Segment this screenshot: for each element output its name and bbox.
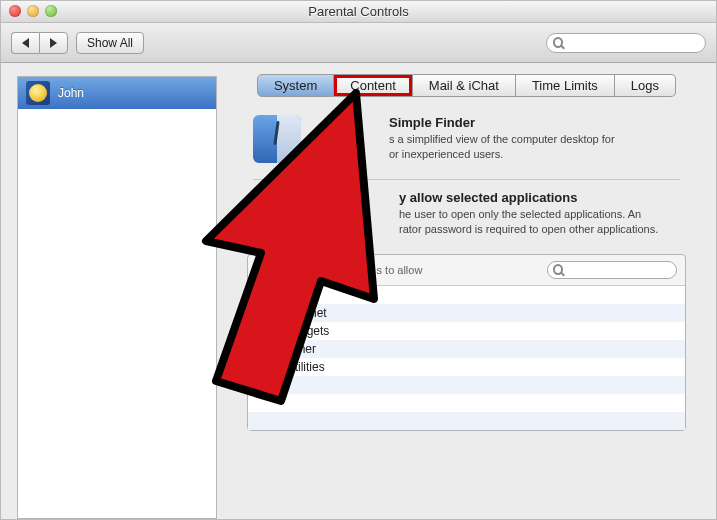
search-icon	[553, 37, 563, 48]
simple-finder-desc-1: s a simplified view of the computer desk…	[349, 132, 680, 147]
tab-system[interactable]: System	[257, 74, 334, 97]
titlebar: Parental Controls	[1, 1, 716, 23]
section-allow-apps: y allow selected applications he user to…	[229, 186, 704, 248]
section-simple-finder: Simple Finder s a simplified view of the…	[229, 111, 704, 173]
disclosure-triangle-icon[interactable]	[258, 309, 264, 317]
allow-apps-title: y allow selected applications	[359, 190, 680, 205]
app-checkbox[interactable]	[269, 343, 281, 355]
tab-time-limits[interactable]: Time Limits	[516, 74, 615, 97]
allowed-apps-list[interactable]: iLife Internet Widgets	[248, 285, 685, 430]
users-sidebar: John	[17, 76, 217, 519]
finder-icon	[253, 115, 301, 163]
app-row-empty	[248, 412, 685, 430]
app-label: Internet	[286, 306, 327, 320]
section-divider	[253, 179, 680, 180]
back-button[interactable]	[11, 32, 39, 54]
allowed-apps-panel: e app s to allow iLife	[247, 254, 686, 431]
app-checkbox[interactable]	[269, 361, 281, 373]
allowed-apps-search-input[interactable]	[563, 263, 671, 276]
user-avatar-icon	[26, 81, 50, 105]
window-close-button[interactable]	[9, 5, 21, 17]
allow-apps-desc-2: rator password is required to open other…	[359, 222, 680, 237]
app-label: Widgets	[286, 324, 329, 338]
app-label: iLife	[286, 288, 308, 302]
allowed-apps-header-label: e app s to allow	[256, 264, 422, 276]
user-name-label: John	[58, 86, 84, 100]
sidebar-user-row[interactable]: John	[18, 77, 216, 109]
main-split: John System Content Mail & iChat Time Li…	[1, 64, 716, 519]
chevron-right-icon	[50, 38, 57, 48]
toolbar-search[interactable]	[546, 33, 706, 53]
allow-apps-desc-1: he user to open only the selected applic…	[359, 207, 680, 222]
app-row-ilife[interactable]: iLife	[248, 286, 685, 304]
nav-buttons	[11, 32, 68, 54]
toolbar: Show All	[1, 23, 716, 63]
chevron-left-icon	[22, 38, 29, 48]
toolbar-search-input[interactable]	[563, 36, 699, 50]
disclosure-triangle-icon[interactable]	[258, 291, 264, 299]
tab-logs[interactable]: Logs	[615, 74, 676, 97]
allowed-apps-header: e app s to allow	[248, 255, 685, 285]
content-pane: System Content Mail & iChat Time Limits …	[217, 74, 716, 519]
forward-button[interactable]	[39, 32, 68, 54]
app-row-empty	[248, 376, 685, 394]
app-row-internet[interactable]: Internet	[248, 304, 685, 322]
disclosure-triangle-icon[interactable]	[258, 345, 264, 353]
disclosure-triangle-icon[interactable]	[258, 363, 264, 371]
parental-controls-window: Parental Controls Show All John System	[0, 0, 717, 520]
app-row-utilities[interactable]: Utilities	[248, 358, 685, 376]
tab-mail-ichat[interactable]: Mail & iChat	[413, 74, 516, 97]
window-title: Parental Controls	[308, 4, 408, 19]
app-label: Utilities	[286, 360, 325, 374]
app-row-widgets[interactable]: Widgets	[248, 322, 685, 340]
simple-finder-desc-2: or inexperienced users.	[349, 147, 680, 162]
search-icon	[553, 264, 563, 275]
app-label: Other	[286, 342, 316, 356]
app-row-other[interactable]: Other	[248, 340, 685, 358]
tab-content[interactable]: Content	[334, 74, 413, 97]
app-row-empty	[248, 394, 685, 412]
simple-finder-title: Simple Finder	[349, 115, 680, 130]
allowed-apps-search[interactable]	[547, 261, 677, 279]
window-zoom-button[interactable]	[45, 5, 57, 17]
tab-bar: System Content Mail & iChat Time Limits …	[229, 74, 704, 97]
show-all-button[interactable]: Show All	[76, 32, 144, 54]
app-checkbox[interactable]	[269, 307, 281, 319]
app-checkbox[interactable]	[269, 325, 281, 337]
window-minimize-button[interactable]	[27, 5, 39, 17]
